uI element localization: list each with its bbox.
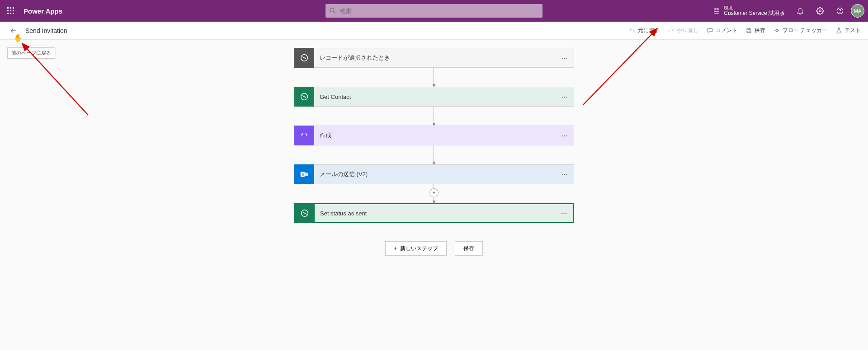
search-icon — [329, 7, 335, 15]
redo-button: やり直し — [668, 27, 698, 34]
save-label: 保存 — [755, 27, 765, 34]
svg-rect-3 — [7, 10, 9, 11]
svg-rect-5 — [13, 10, 14, 11]
flow-action-get-contact[interactable]: Get Contact ··· — [294, 87, 574, 107]
step-label: 作成 — [314, 131, 556, 140]
comment-button[interactable]: コメント — [707, 27, 737, 34]
flow-title: Send Invitation — [20, 27, 67, 34]
flow-action-send-mail[interactable]: O メールの送信 (V2) ··· — [294, 164, 574, 184]
test-button[interactable]: テスト — [835, 27, 861, 34]
svg-rect-4 — [10, 10, 11, 11]
environment-name: Customer Service 試用版 — [724, 10, 785, 16]
connector: ▼ — [431, 107, 437, 126]
dataverse-icon — [295, 203, 315, 223]
step-more-menu[interactable]: ··· — [555, 210, 573, 217]
redo-icon — [668, 27, 675, 34]
step-more-menu[interactable]: ··· — [556, 55, 574, 61]
undo-icon — [629, 27, 636, 34]
svg-point-12 — [819, 10, 821, 12]
save-icon — [745, 27, 752, 34]
svg-rect-8 — [13, 13, 14, 14]
step-label: メールの送信 (V2) — [314, 170, 556, 178]
svg-rect-7 — [10, 13, 11, 14]
save-button-top[interactable]: 保存 — [745, 27, 765, 34]
svg-rect-0 — [7, 7, 9, 9]
flow-action-compose[interactable]: 作成 ··· — [294, 126, 574, 145]
new-step-label: 新しいステップ — [400, 245, 438, 252]
compose-icon — [294, 126, 314, 145]
outlook-icon: O — [294, 164, 314, 184]
step-more-menu[interactable]: ··· — [556, 132, 574, 139]
save-bottom-label: 保存 — [463, 245, 474, 252]
checker-label: フロー チェッカー — [783, 27, 827, 34]
flow-checker-button[interactable]: フロー チェッカー — [774, 27, 827, 34]
connector: ▼ — [431, 145, 437, 164]
new-step-button[interactable]: + 新しいステップ — [385, 241, 446, 256]
notifications-button[interactable] — [791, 0, 809, 22]
help-button[interactable] — [831, 0, 849, 22]
environment-picker[interactable]: 環境 Customer Service 試用版 — [708, 5, 789, 16]
search-input[interactable] — [326, 4, 542, 18]
checker-icon — [774, 27, 780, 34]
comment-label: コメント — [716, 27, 737, 34]
svg-point-9 — [330, 8, 334, 12]
svg-point-14 — [840, 12, 840, 13]
step-label: レコードが選択されたとき — [314, 54, 556, 62]
step-more-menu[interactable]: ··· — [556, 171, 574, 178]
environment-label: 環境 — [724, 5, 785, 10]
back-tooltip: 前のページに戻る — [7, 47, 55, 59]
step-label: Set status as sent — [315, 210, 555, 217]
test-label: テスト — [844, 27, 861, 34]
svg-point-11 — [714, 8, 719, 10]
arrow-left-icon — [9, 27, 18, 35]
add-step-inline[interactable]: + — [429, 188, 439, 197]
flow-trigger-step[interactable]: レコードが選択されたとき ··· — [294, 48, 574, 68]
svg-rect-2 — [13, 7, 14, 9]
save-button-bottom[interactable]: 保存 — [455, 241, 483, 256]
dataverse-icon — [294, 48, 314, 68]
undo-label: 元に戻す — [638, 27, 660, 34]
connector-with-add: + ▼ — [431, 184, 437, 203]
svg-rect-1 — [10, 7, 11, 9]
undo-button[interactable]: 元に戻す — [629, 27, 660, 34]
settings-button[interactable] — [811, 0, 829, 22]
svg-line-10 — [334, 12, 335, 14]
svg-rect-21 — [305, 173, 308, 176]
svg-text:O: O — [302, 173, 304, 176]
redo-label: やり直し — [677, 27, 698, 34]
app-title: Power Apps — [22, 7, 62, 15]
step-more-menu[interactable]: ··· — [556, 93, 574, 100]
connector: ▼ — [431, 68, 437, 87]
flask-icon — [835, 27, 842, 34]
step-label: Get Contact — [314, 93, 556, 100]
user-avatar[interactable]: MA — [851, 4, 864, 18]
back-button[interactable] — [7, 24, 20, 37]
flow-action-set-status[interactable]: Set status as sent ··· — [294, 203, 574, 223]
plus-icon: + — [394, 245, 397, 252]
svg-point-15 — [776, 29, 778, 32]
svg-rect-6 — [7, 13, 9, 14]
environment-icon — [713, 7, 720, 14]
dataverse-icon — [294, 87, 314, 107]
waffle-menu[interactable] — [0, 0, 22, 22]
comment-icon — [707, 27, 713, 34]
